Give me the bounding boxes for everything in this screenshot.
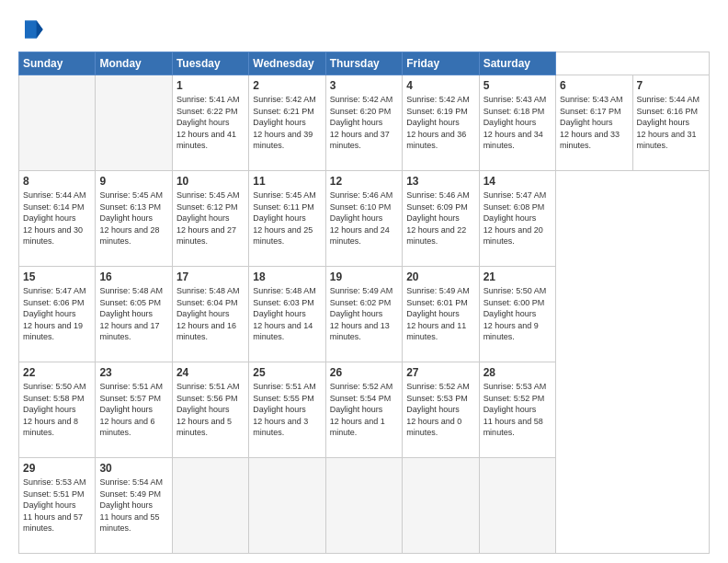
day-number: 22 bbox=[23, 366, 91, 379]
day-info: Sunrise: 5:41 AMSunset: 6:22 PMDaylight … bbox=[176, 94, 245, 152]
weekday-header-thursday: Thursday bbox=[325, 52, 402, 75]
calendar-cell: 26 Sunrise: 5:52 AMSunset: 5:54 PMDaylig… bbox=[325, 362, 402, 458]
calendar-cell: 1 Sunrise: 5:41 AMSunset: 6:22 PMDayligh… bbox=[172, 75, 248, 171]
calendar-cell: 13 Sunrise: 5:46 AMSunset: 6:09 PMDaylig… bbox=[403, 171, 479, 267]
day-info: Sunrise: 5:52 AMSunset: 5:53 PMDaylight … bbox=[406, 381, 474, 439]
calendar-week-1: 1 Sunrise: 5:41 AMSunset: 6:22 PMDayligh… bbox=[19, 75, 710, 171]
calendar-cell bbox=[249, 458, 325, 554]
calendar-cell bbox=[403, 458, 479, 554]
day-info: Sunrise: 5:42 AMSunset: 6:21 PMDaylight … bbox=[253, 94, 321, 152]
weekday-header-saturday: Saturday bbox=[479, 52, 555, 75]
day-info: Sunrise: 5:51 AMSunset: 5:56 PMDaylight … bbox=[176, 381, 245, 439]
day-info: Sunrise: 5:50 AMSunset: 5:58 PMDaylight … bbox=[23, 381, 91, 439]
day-info: Sunrise: 5:48 AMSunset: 6:05 PMDaylight … bbox=[99, 285, 167, 343]
day-number: 9 bbox=[99, 175, 167, 188]
day-info: Sunrise: 5:42 AMSunset: 6:20 PMDaylight … bbox=[330, 94, 398, 152]
day-number: 13 bbox=[406, 175, 474, 188]
day-number: 23 bbox=[99, 366, 167, 379]
calendar-cell: 24 Sunrise: 5:51 AMSunset: 5:56 PMDaylig… bbox=[172, 362, 248, 458]
calendar-cell: 18 Sunrise: 5:48 AMSunset: 6:03 PMDaylig… bbox=[249, 267, 325, 362]
day-number: 1 bbox=[176, 79, 245, 92]
calendar-cell bbox=[96, 75, 172, 171]
calendar-cell bbox=[172, 458, 248, 554]
day-number: 2 bbox=[253, 79, 321, 92]
calendar-cell: 4 Sunrise: 5:42 AMSunset: 6:19 PMDayligh… bbox=[403, 75, 479, 171]
day-number: 11 bbox=[253, 175, 321, 188]
day-number: 24 bbox=[176, 366, 245, 379]
day-info: Sunrise: 5:47 AMSunset: 6:06 PMDaylight … bbox=[23, 285, 91, 343]
calendar-cell: 25 Sunrise: 5:51 AMSunset: 5:55 PMDaylig… bbox=[249, 362, 325, 458]
calendar-cell bbox=[325, 458, 402, 554]
calendar-cell: 8 Sunrise: 5:44 AMSunset: 6:14 PMDayligh… bbox=[19, 171, 96, 267]
calendar-cell: 29 Sunrise: 5:53 AMSunset: 5:51 PMDaylig… bbox=[19, 458, 96, 554]
day-number: 12 bbox=[330, 175, 398, 188]
calendar-cell: 9 Sunrise: 5:45 AMSunset: 6:13 PMDayligh… bbox=[96, 171, 172, 267]
calendar-cell: 7 Sunrise: 5:44 AMSunset: 6:16 PMDayligh… bbox=[632, 75, 710, 171]
day-number: 29 bbox=[23, 462, 91, 475]
calendar-cell: 22 Sunrise: 5:50 AMSunset: 5:58 PMDaylig… bbox=[19, 362, 96, 458]
calendar-table: SundayMondayTuesdayWednesdayThursdayFrid… bbox=[18, 52, 710, 554]
calendar-header-row: SundayMondayTuesdayWednesdayThursdayFrid… bbox=[19, 52, 710, 75]
day-number: 10 bbox=[176, 175, 245, 188]
day-number: 25 bbox=[253, 366, 321, 379]
calendar-cell: 21 Sunrise: 5:50 AMSunset: 6:00 PMDaylig… bbox=[479, 267, 555, 362]
day-number: 18 bbox=[253, 270, 321, 283]
header bbox=[18, 17, 710, 42]
day-number: 15 bbox=[23, 270, 91, 283]
day-info: Sunrise: 5:45 AMSunset: 6:12 PMDaylight … bbox=[176, 190, 245, 247]
day-number: 20 bbox=[406, 270, 474, 283]
calendar-cell bbox=[479, 458, 555, 554]
calendar-cell: 15 Sunrise: 5:47 AMSunset: 6:06 PMDaylig… bbox=[19, 267, 96, 362]
day-number: 28 bbox=[483, 366, 552, 379]
calendar-cell: 23 Sunrise: 5:51 AMSunset: 5:57 PMDaylig… bbox=[96, 362, 172, 458]
calendar-cell: 14 Sunrise: 5:47 AMSunset: 6:08 PMDaylig… bbox=[479, 171, 555, 267]
calendar-week-4: 22 Sunrise: 5:50 AMSunset: 5:58 PMDaylig… bbox=[19, 362, 710, 458]
day-info: Sunrise: 5:54 AMSunset: 5:49 PMDaylight … bbox=[99, 477, 167, 534]
day-info: Sunrise: 5:44 AMSunset: 6:14 PMDaylight … bbox=[23, 190, 91, 247]
calendar-cell: 6 Sunrise: 5:43 AMSunset: 6:17 PMDayligh… bbox=[556, 75, 632, 171]
logo-icon bbox=[18, 17, 44, 42]
calendar-cell: 2 Sunrise: 5:42 AMSunset: 6:21 PMDayligh… bbox=[249, 75, 325, 171]
day-number: 6 bbox=[560, 79, 628, 92]
calendar-cell bbox=[19, 75, 96, 171]
day-info: Sunrise: 5:52 AMSunset: 5:54 PMDaylight … bbox=[330, 381, 398, 439]
day-info: Sunrise: 5:53 AMSunset: 5:51 PMDaylight … bbox=[23, 477, 91, 534]
day-info: Sunrise: 5:42 AMSunset: 6:19 PMDaylight … bbox=[406, 94, 474, 152]
calendar-cell: 30 Sunrise: 5:54 AMSunset: 5:49 PMDaylig… bbox=[96, 458, 172, 554]
day-number: 4 bbox=[406, 79, 474, 92]
day-number: 21 bbox=[483, 270, 552, 283]
day-info: Sunrise: 5:43 AMSunset: 6:18 PMDaylight … bbox=[483, 94, 552, 152]
day-info: Sunrise: 5:45 AMSunset: 6:11 PMDaylight … bbox=[253, 190, 321, 247]
logo bbox=[18, 17, 48, 42]
calendar-cell: 3 Sunrise: 5:42 AMSunset: 6:20 PMDayligh… bbox=[325, 75, 402, 171]
day-info: Sunrise: 5:51 AMSunset: 5:55 PMDaylight … bbox=[253, 381, 321, 439]
day-number: 26 bbox=[330, 366, 398, 379]
day-info: Sunrise: 5:46 AMSunset: 6:10 PMDaylight … bbox=[330, 190, 398, 247]
calendar-cell: 10 Sunrise: 5:45 AMSunset: 6:12 PMDaylig… bbox=[172, 171, 248, 267]
day-number: 8 bbox=[23, 175, 91, 188]
day-info: Sunrise: 5:49 AMSunset: 6:02 PMDaylight … bbox=[330, 285, 398, 343]
day-number: 16 bbox=[99, 270, 167, 283]
day-number: 19 bbox=[330, 270, 398, 283]
calendar-cell: 27 Sunrise: 5:52 AMSunset: 5:53 PMDaylig… bbox=[403, 362, 479, 458]
day-number: 3 bbox=[330, 79, 398, 92]
day-info: Sunrise: 5:44 AMSunset: 6:16 PMDaylight … bbox=[637, 94, 706, 152]
day-info: Sunrise: 5:46 AMSunset: 6:09 PMDaylight … bbox=[406, 190, 474, 247]
weekday-header-tuesday: Tuesday bbox=[172, 52, 248, 75]
day-info: Sunrise: 5:43 AMSunset: 6:17 PMDaylight … bbox=[560, 94, 628, 152]
day-number: 27 bbox=[406, 366, 474, 379]
day-number: 5 bbox=[483, 79, 552, 92]
calendar-cell: 16 Sunrise: 5:48 AMSunset: 6:05 PMDaylig… bbox=[96, 267, 172, 362]
calendar-week-3: 15 Sunrise: 5:47 AMSunset: 6:06 PMDaylig… bbox=[19, 267, 710, 362]
calendar-week-5: 29 Sunrise: 5:53 AMSunset: 5:51 PMDaylig… bbox=[19, 458, 710, 554]
day-number: 30 bbox=[99, 462, 167, 475]
calendar-cell: 20 Sunrise: 5:49 AMSunset: 6:01 PMDaylig… bbox=[403, 267, 479, 362]
page: SundayMondayTuesdayWednesdayThursdayFrid… bbox=[0, 0, 728, 563]
calendar-cell: 17 Sunrise: 5:48 AMSunset: 6:04 PMDaylig… bbox=[172, 267, 248, 362]
calendar-week-2: 8 Sunrise: 5:44 AMSunset: 6:14 PMDayligh… bbox=[19, 171, 710, 267]
day-number: 14 bbox=[483, 175, 552, 188]
svg-marker-1 bbox=[37, 20, 43, 39]
day-number: 17 bbox=[176, 270, 245, 283]
calendar-cell: 12 Sunrise: 5:46 AMSunset: 6:10 PMDaylig… bbox=[325, 171, 402, 267]
day-info: Sunrise: 5:48 AMSunset: 6:03 PMDaylight … bbox=[253, 285, 321, 343]
